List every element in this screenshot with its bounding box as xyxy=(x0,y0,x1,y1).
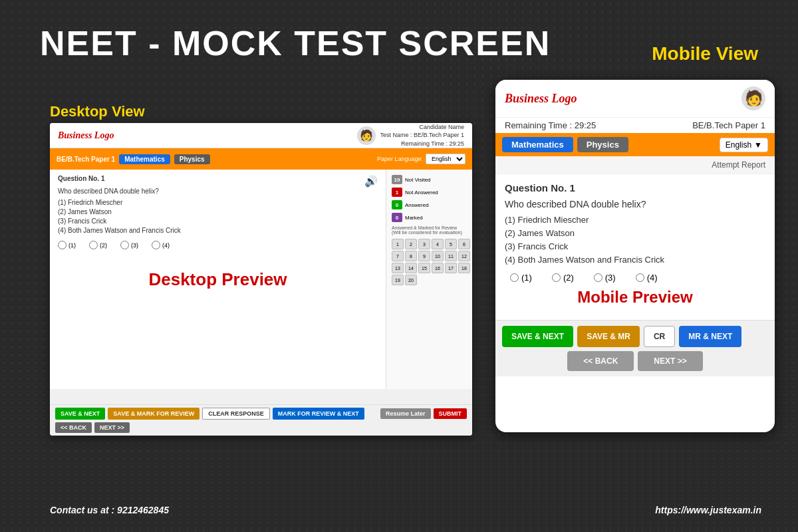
mobile-lang-select[interactable]: English ▼ xyxy=(720,138,768,152)
desktop-language-dropdown[interactable]: English xyxy=(426,154,466,164)
q-11[interactable]: 11 xyxy=(445,251,457,261)
mobile-radio-option-3[interactable]: (3) xyxy=(594,273,616,283)
desktop-tab-mathematics[interactable]: Mathematics xyxy=(119,154,170,164)
mobile-radio-option-1[interactable]: (1) xyxy=(510,273,532,283)
mobile-footer-row2: << BACK NEXT >> xyxy=(502,351,768,371)
desktop-submit-area: Resume Later SUBMIT xyxy=(380,408,467,419)
desktop-lang-label: Paper Language: xyxy=(377,156,423,162)
desktop-next-btn[interactable]: NEXT >> xyxy=(94,422,130,433)
q-14[interactable]: 14 xyxy=(405,263,417,273)
radio-option-1[interactable]: (1) xyxy=(58,241,76,249)
desktop-question-text: Who described DNA double helix? xyxy=(58,188,378,195)
legend-answered-label: Answered xyxy=(405,202,429,208)
mobile-radio-input-4[interactable] xyxy=(636,273,644,282)
radio-input-2[interactable] xyxy=(89,241,98,249)
desktop-header: Business Logo 🧑 Candidate Name Test Name… xyxy=(50,123,472,148)
q-12[interactable]: 12 xyxy=(458,251,470,261)
desktop-footer: SAVE & NEXT SAVE & MARK FOR REVIEW CLEAR… xyxy=(50,404,472,436)
desktop-option-1: (1) Friedrich Miescher xyxy=(58,199,378,206)
q-15[interactable]: 15 xyxy=(418,263,430,273)
legend-not-visited-label: Not Visited xyxy=(405,177,431,183)
mobile-nav: Mathematics Physics English ▼ xyxy=(495,133,775,156)
desktop-clear-btn[interactable]: CLEAR RESPONSE xyxy=(202,408,270,420)
radio-input-1[interactable] xyxy=(58,241,66,249)
mobile-radio-input-1[interactable] xyxy=(510,273,519,282)
q-5[interactable]: 5 xyxy=(445,239,457,249)
mobile-save-mr-btn[interactable]: SAVE & MR xyxy=(577,326,640,347)
desktop-back-btn[interactable]: << BACK xyxy=(55,422,92,433)
mobile-back-btn[interactable]: << BACK xyxy=(567,351,634,371)
mobile-tab-physics[interactable]: Physics xyxy=(577,137,628,152)
desktop-candidate-info: 🧑 Candidate Name Test Name : BE/B.Tech P… xyxy=(357,123,464,148)
legend-answered: 0 Answered xyxy=(392,200,467,209)
mobile-radio-option-2[interactable]: (2) xyxy=(552,273,574,283)
desktop-tab-physics[interactable]: Physics xyxy=(174,154,210,164)
legend-answered-marked: Answered & Marked for Review (Will be co… xyxy=(392,225,467,235)
mobile-footer-row1: SAVE & NEXT SAVE & MR CR MR & NEXT xyxy=(502,326,768,347)
q-7[interactable]: 7 xyxy=(392,251,404,261)
mobile-cr-btn[interactable]: CR xyxy=(644,326,675,347)
radio-input-4[interactable] xyxy=(152,241,160,249)
mobile-paper-label: BE/B.Tech Paper 1 xyxy=(692,120,765,130)
mobile-attempt-report[interactable]: Attempt Report xyxy=(495,156,775,174)
legend-box-gray: 19 xyxy=(392,175,402,184)
q-6[interactable]: 6 xyxy=(458,239,470,249)
q-10[interactable]: 10 xyxy=(432,251,444,261)
desktop-footer-nav: << BACK NEXT >> xyxy=(50,422,472,436)
test-name: Test Name : BE/B.Tech Paper 1 xyxy=(380,131,464,140)
mobile-panel: Business Logo 🧑 Remaining Time : 29:25 B… xyxy=(495,80,775,432)
desktop-avatar: 🧑 xyxy=(357,126,376,145)
desktop-nav-left: BE/B.Tech Paper 1 Mathematics Physics xyxy=(57,154,210,164)
desktop-option-2: (2) James Watson xyxy=(58,208,378,215)
mobile-save-next-btn[interactable]: SAVE & NEXT xyxy=(502,326,573,347)
desktop-question-no: Question No. 1 xyxy=(58,175,105,182)
q-18[interactable]: 18 xyxy=(458,263,470,273)
desktop-mark-review-btn[interactable]: MARK FOR REVIEW & NEXT xyxy=(273,408,364,420)
q-13[interactable]: 13 xyxy=(392,263,404,273)
mobile-radio-input-2[interactable] xyxy=(552,273,561,282)
desktop-paper-label: BE/B.Tech Paper 1 xyxy=(57,156,115,163)
candidate-name: Candidate Name xyxy=(380,123,464,131)
speaker-icon[interactable]: 🔊 xyxy=(364,175,378,188)
q-20[interactable]: 20 xyxy=(405,275,417,285)
mobile-next-btn[interactable]: NEXT >> xyxy=(638,351,702,371)
mobile-remaining-time: Remaining Time : 29:25 xyxy=(505,120,596,130)
website-info: https://www.justexam.in xyxy=(655,505,761,515)
mobile-question-area: Question No. 1 Who described DNA double … xyxy=(495,174,775,320)
radio-input-3[interactable] xyxy=(120,241,129,249)
mobile-radio-input-3[interactable] xyxy=(594,273,602,282)
q-3[interactable]: 3 xyxy=(418,239,430,249)
q-2[interactable]: 2 xyxy=(405,239,417,249)
candidate-details: Candidate Name Test Name : BE/B.Tech Pap… xyxy=(380,123,464,148)
mobile-header: Business Logo 🧑 xyxy=(495,80,775,118)
q-8[interactable]: 8 xyxy=(405,251,417,261)
desktop-save-mark-btn[interactable]: SAVE & MARK FOR REVIEW xyxy=(108,408,200,420)
main-title: NEET - MOCK TEST SCREEN xyxy=(40,23,551,63)
mobile-tab-mathematics[interactable]: Mathematics xyxy=(502,137,573,152)
mobile-radio-option-4[interactable]: (4) xyxy=(636,273,658,283)
q-9[interactable]: 9 xyxy=(418,251,430,261)
q-1[interactable]: 1 xyxy=(392,239,404,249)
desktop-radio-options: (1) (2) (3) (4) xyxy=(58,241,378,249)
mobile-timer-row: Remaining Time : 29:25 BE/B.Tech Paper 1 xyxy=(495,118,775,133)
desktop-main: Question No. 1 🔊 Who described DNA doubl… xyxy=(50,170,386,389)
legend-marked: 0 Marked xyxy=(392,213,467,222)
mobile-preview-text: Mobile Preview xyxy=(505,283,765,312)
desktop-resume-btn[interactable]: Resume Later xyxy=(380,408,431,419)
mobile-mr-next-btn[interactable]: MR & NEXT xyxy=(679,326,741,347)
q-19[interactable]: 19 xyxy=(392,275,404,285)
legend-box-purple: 0 xyxy=(392,213,402,222)
mobile-logo: Business Logo xyxy=(505,92,577,106)
desktop-option-4: (4) Both James Watson and Francis Crick xyxy=(58,227,378,234)
desktop-save-next-btn[interactable]: SAVE & NEXT xyxy=(55,408,105,420)
desktop-panel: Business Logo 🧑 Candidate Name Test Name… xyxy=(50,123,472,436)
q-16[interactable]: 16 xyxy=(432,263,444,273)
mobile-option-1: (1) Friedrich Miescher xyxy=(505,215,765,225)
q-17[interactable]: 17 xyxy=(445,263,457,273)
radio-option-3[interactable]: (3) xyxy=(120,241,138,249)
radio-option-4[interactable]: (4) xyxy=(152,241,170,249)
legend-box-green: 0 xyxy=(392,200,402,209)
desktop-submit-btn[interactable]: SUBMIT xyxy=(434,408,467,419)
q-4[interactable]: 4 xyxy=(432,239,444,249)
radio-option-2[interactable]: (2) xyxy=(89,241,107,249)
